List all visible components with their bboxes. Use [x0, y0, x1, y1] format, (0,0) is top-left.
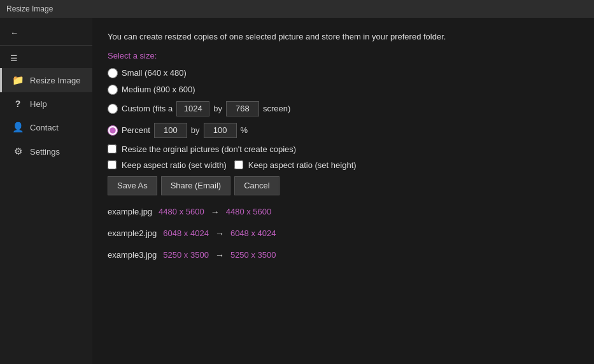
resize-original-label: Resize the orginal pictures (don't creat…	[122, 144, 296, 154]
folder-icon: 📁	[12, 74, 24, 86]
custom-height-input[interactable]	[226, 101, 259, 116]
resize-original-row: Resize the orginal pictures (don't creat…	[108, 144, 579, 154]
medium-option-row: Medium (800 x 600)	[108, 85, 579, 95]
back-icon: ←	[10, 28, 18, 38]
medium-radio[interactable]	[108, 85, 118, 95]
sidebar-divider	[0, 45, 92, 46]
keep-aspect-width-label: Keep aspect ratio (set width)	[122, 160, 227, 170]
percent-value1-input[interactable]	[154, 123, 187, 138]
select-size-label: Select a size:	[108, 51, 579, 60]
share-email-button[interactable]: Share (Email)	[161, 176, 230, 195]
description-text: You can create resized copies of one sel…	[108, 31, 579, 43]
file-size-from-0: 4480 x 5600	[159, 207, 204, 216]
percent-label: Percent	[122, 125, 150, 135]
keep-aspect-width-checkbox[interactable]	[108, 160, 117, 169]
small-option-row: Small (640 x 480)	[108, 68, 579, 78]
settings-icon: ⚙	[12, 146, 24, 157]
file-name-0: example.jpg	[108, 207, 152, 216]
arrow-icon-0: →	[211, 207, 220, 217]
file-size-to-1: 6048 x 4024	[230, 228, 276, 238]
percent-option-row: Percent by %	[108, 123, 579, 138]
medium-label: Medium (800 x 600)	[122, 85, 195, 94]
file-size-from-2: 5250 x 3500	[163, 250, 209, 260]
percent-value2-input[interactable]	[204, 123, 237, 138]
percent-suffix: %	[241, 125, 248, 135]
file-row-1: example2.jpg 6048 x 4024 → 6048 x 4024	[108, 228, 579, 239]
sidebar-item-settings[interactable]: ⚙ Settings	[0, 139, 92, 164]
cancel-button[interactable]: Cancel	[234, 176, 279, 195]
sidebar-item-label: Resize Image	[30, 76, 80, 85]
custom-option-row: Custom (fits a by screen)	[108, 101, 579, 116]
keep-aspect-height-label: Keep aspect ratio (set height)	[248, 160, 357, 170]
percent-by-text: by	[191, 125, 200, 135]
arrow-icon-2: →	[215, 250, 224, 260]
file-size-to-2: 5250 x 3500	[230, 250, 276, 260]
hamburger-menu[interactable]: ☰	[0, 48, 92, 68]
sidebar-item-label: Settings	[30, 147, 60, 157]
file-size-to-0: 4480 x 5600	[226, 207, 272, 216]
contact-icon: 👤	[12, 122, 24, 133]
help-icon: ?	[12, 99, 24, 109]
hamburger-icon: ☰	[10, 53, 18, 63]
sidebar-item-help[interactable]: ? Help	[0, 92, 92, 115]
custom-label-suffix: screen)	[263, 104, 290, 113]
keep-aspect-row: Keep aspect ratio (set width) Keep aspec…	[108, 160, 579, 170]
small-label: Small (640 x 480)	[122, 68, 187, 78]
save-as-button[interactable]: Save As	[108, 176, 157, 195]
sidebar-item-resize-image[interactable]: 📁 Resize Image	[0, 68, 92, 92]
app-body: ← ☰ 📁 Resize Image ? Help 👤 Contact ⚙ Se…	[0, 18, 594, 364]
custom-width-input[interactable]	[176, 101, 209, 116]
file-row-2: example3.jpg 5250 x 3500 → 5250 x 3500	[108, 250, 579, 260]
keep-aspect-height-checkbox[interactable]	[234, 160, 243, 169]
buttons-row: Save As Share (Email) Cancel	[108, 176, 579, 195]
custom-radio[interactable]	[108, 104, 118, 114]
back-button[interactable]: ←	[0, 23, 92, 43]
sidebar: ← ☰ 📁 Resize Image ? Help 👤 Contact ⚙ Se…	[0, 18, 92, 364]
main-content: You can create resized copies of one sel…	[92, 18, 594, 364]
file-name-1: example2.jpg	[108, 228, 157, 238]
resize-original-checkbox[interactable]	[108, 144, 117, 153]
file-name-2: example3.jpg	[108, 250, 157, 260]
small-radio[interactable]	[108, 68, 118, 78]
app-title: Resize Image	[6, 4, 53, 13]
file-row-0: example.jpg 4480 x 5600 → 4480 x 5600	[108, 207, 579, 217]
sidebar-item-contact[interactable]: 👤 Contact	[0, 115, 92, 139]
sidebar-item-label: Help	[30, 99, 47, 109]
arrow-icon-1: →	[215, 228, 224, 239]
percent-radio[interactable]	[108, 125, 118, 136]
titlebar: Resize Image	[0, 0, 594, 18]
custom-by-text: by	[213, 104, 222, 113]
custom-label-prefix: Custom (fits a	[122, 104, 173, 113]
file-size-from-1: 6048 x 4024	[163, 228, 209, 238]
sidebar-item-label: Contact	[30, 123, 59, 132]
